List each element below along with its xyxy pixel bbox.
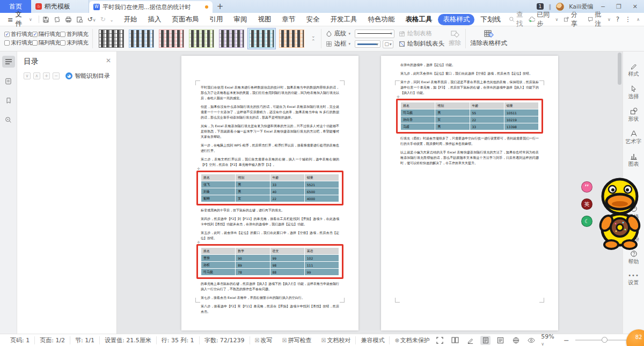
close-button[interactable]: ✕: [630, 3, 641, 10]
table-style-blue[interactable]: [127, 28, 156, 49]
table-style-orange[interactable]: [277, 28, 306, 49]
undo-button[interactable]: ↺∨: [87, 16, 96, 23]
table-style-green[interactable]: [187, 28, 216, 49]
chart-tool[interactable]: 图表: [628, 152, 639, 168]
print-preview-button[interactable]: [76, 16, 83, 23]
page-1[interactable]: 平时我们在使用 Excel 表格来进行各种数据信息的统计时，如果表格当中的数据内…: [181, 56, 358, 330]
draw-diagonal-button[interactable]: 绘制斜线表头: [399, 40, 444, 48]
proofread-toggle[interactable]: ☒文档校对: [316, 336, 355, 344]
menu-item-表格样式[interactable]: 表格样式: [438, 14, 474, 25]
menu-item-引用[interactable]: 引用: [204, 14, 228, 25]
draw-table-button[interactable]: 绘制表格: [399, 30, 444, 38]
minimize-button[interactable]: ─: [598, 3, 608, 10]
toc-plus-button[interactable]: +: [43, 72, 50, 79]
select-tool[interactable]: 选择: [628, 85, 639, 100]
checkbox-隔列填充[interactable]: 隔列填充: [32, 39, 60, 47]
quote-badge[interactable]: ’’: [581, 181, 592, 193]
compat-mode[interactable]: 兼容模式: [355, 336, 389, 344]
table-style-red[interactable]: [157, 28, 186, 49]
window-count-badge[interactable]: 1: [537, 3, 544, 10]
zoom-slider-knob[interactable]: [602, 337, 608, 343]
help-button[interactable]: ?: [616, 16, 619, 23]
overwrite-toggle[interactable]: ☒改写: [250, 336, 277, 344]
menu-item-表格工具[interactable]: 表格工具: [400, 14, 437, 25]
toc-panel-button[interactable]: [2, 56, 15, 68]
menu-item-插入[interactable]: 插入: [143, 14, 166, 25]
share-button[interactable]: 分享: [564, 10, 582, 28]
styles-tool[interactable]: 样式: [628, 62, 639, 78]
menu-item-安全[interactable]: 安全: [301, 14, 324, 25]
menu-item-开始[interactable]: 开始: [119, 14, 142, 25]
find-button[interactable]: 查找: [509, 10, 529, 28]
vertical-scrollbar[interactable]: [618, 53, 621, 85]
tab-document[interactable]: W 平时我们在使用...据信息的统计时: [89, 1, 213, 13]
more-menu-button[interactable]: ⋮: [625, 16, 631, 23]
wordart-tool[interactable]: 艺术字: [626, 130, 642, 145]
book-view-button[interactable]: [450, 336, 460, 345]
notes-panel-button[interactable]: [2, 75, 15, 87]
checkbox-首行填充[interactable]: ✓首行填充: [4, 31, 32, 38]
status-page-count[interactable]: 页面: 1/2: [34, 336, 70, 344]
outline-view-button[interactable]: [495, 336, 506, 345]
bookmark-panel-button[interactable]: [2, 94, 15, 106]
toc-expand-button[interactable]: ∨: [24, 72, 31, 79]
user-name[interactable]: Kaili爱编: [569, 3, 593, 11]
new-tab-button[interactable]: +: [213, 0, 228, 13]
checkbox-末行填充[interactable]: 末行填充: [4, 39, 32, 47]
search-panel-button[interactable]: [2, 114, 15, 126]
menu-item-下划线[interactable]: 下划线: [475, 14, 506, 25]
toc-collapse-button[interactable]: ∧: [33, 72, 40, 79]
redo-button[interactable]: ↻: [100, 16, 106, 23]
eraser-button[interactable]: 擦除: [449, 31, 461, 47]
checkbox-首列填充[interactable]: 首列填充: [60, 31, 88, 38]
fullscreen-view-button[interactable]: [435, 336, 445, 345]
clear-table-style-button[interactable]: 清除表格样式: [470, 30, 507, 47]
avatar[interactable]: [556, 3, 564, 11]
border-color-button[interactable]: ▢▾: [383, 40, 393, 48]
save-button[interactable]: [42, 16, 49, 23]
shapes-tool[interactable]: 形状: [628, 107, 639, 123]
line-style-combobox[interactable]: ▾: [355, 30, 394, 38]
gallery-more-button[interactable]: ⌄⌃: [310, 33, 317, 44]
table-style-teal[interactable]: [247, 28, 276, 49]
help-tool[interactable]: 帮助: [628, 250, 639, 266]
line-width-combobox[interactable]: ▾: [355, 40, 380, 48]
export-pdf-button[interactable]: [54, 16, 61, 23]
zoom-out-button[interactable]: −: [564, 336, 569, 344]
restore-button[interactable]: ❐: [613, 3, 625, 10]
comment-button[interactable]: 批注∨: [588, 10, 611, 28]
menu-item-章节[interactable]: 章节: [277, 14, 300, 25]
eye-protect-button[interactable]: [526, 336, 536, 345]
checkbox-末列填充[interactable]: 末列填充: [60, 39, 88, 47]
menu-item-特色功能[interactable]: 特色功能: [363, 14, 399, 25]
menu-item-审阅[interactable]: 审阅: [229, 14, 252, 25]
table-style-purple[interactable]: [217, 28, 246, 49]
document-table[interactable]: 姓名性别年龄销量司马懿男5510511孙尚香女2210219马超男3313398: [400, 102, 539, 130]
border-button[interactable]: 边框▾: [326, 40, 351, 48]
file-menu-button[interactable]: ≡ 文件 ∨: [4, 10, 35, 28]
protection-status[interactable]: ⊗文档未保护: [389, 336, 434, 344]
more-quick-icon[interactable]: ⌄: [110, 16, 114, 23]
document-table[interactable]: 姓名性别年龄销量张飞男335521刘备男406500貂蝉女224000: [201, 174, 339, 202]
shading-button[interactable]: 底纹▾: [326, 30, 351, 38]
table-style-plain[interactable]: [97, 28, 126, 49]
moon-badge[interactable]: ☾: [581, 216, 592, 227]
status-word-count[interactable]: 字数: 72/1239: [199, 336, 250, 344]
checkbox-隔行填充[interactable]: ✓隔行填充: [32, 31, 60, 38]
menu-item-开发工具[interactable]: 开发工具: [325, 14, 362, 25]
toc-close-icon[interactable]: ✕: [106, 57, 111, 64]
web-view-button[interactable]: [511, 336, 521, 345]
document-canvas[interactable]: 平时我们在使用 Excel 表格来进行各种数据信息的统计时，如果表格当中的数据内…: [117, 51, 623, 334]
status-setting[interactable]: 设置值: 21.5厘米: [99, 336, 156, 344]
ink-mode-button[interactable]: [465, 336, 475, 345]
print-button[interactable]: [65, 16, 72, 23]
spellcheck-toggle[interactable]: ☒拼写检查: [277, 336, 317, 344]
sync-status-button[interactable]: 已同步∨: [529, 10, 558, 28]
page-2[interactable]: 在弹出的选项中，选择【定位】功能。第九步，此时又会弹出【定位】窗口，我们在此选择…: [381, 56, 558, 330]
menu-item-页面布局[interactable]: 页面布局: [167, 14, 203, 25]
menu-item-视图[interactable]: 视图: [253, 14, 276, 25]
document-table[interactable]: 姓名数学语文英语曹操9099102孙权8998111司马懿788899: [201, 247, 339, 276]
duck-mascot-widget[interactable]: ’’ 英 ☾: [581, 176, 644, 251]
collapse-ribbon-button[interactable]: ∧: [636, 17, 640, 22]
zoom-level[interactable]: 59% ∨: [541, 333, 559, 346]
